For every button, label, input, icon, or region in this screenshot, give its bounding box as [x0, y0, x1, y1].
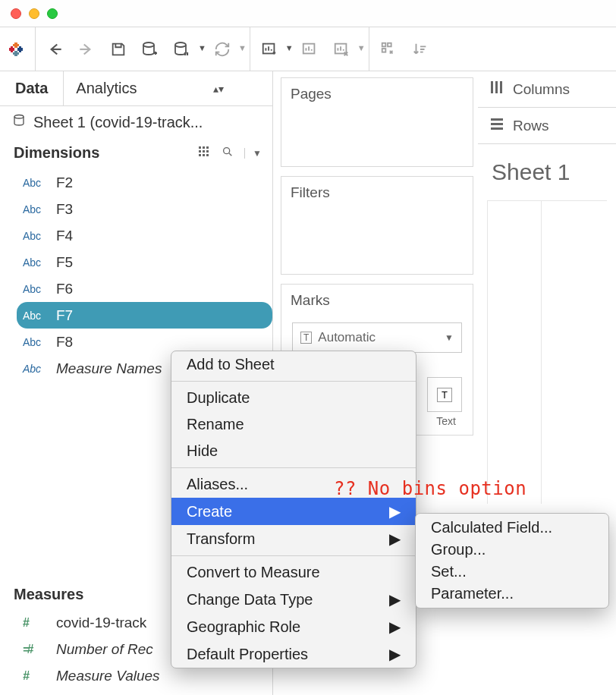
dropdown-caret-icon[interactable]: ▼ [198, 43, 206, 52]
pages-shelf[interactable]: Pages [281, 77, 473, 167]
field-f6[interactable]: AbcF6 [0, 275, 272, 302]
tab-data[interactable]: Data [0, 71, 63, 105]
calc-hash-icon: # [23, 643, 47, 656]
refresh-button[interactable] [206, 34, 238, 64]
viz-canvas[interactable] [487, 200, 607, 504]
field-f5[interactable]: AbcF5 [0, 249, 272, 275]
submenu-arrow-icon: ▶ [389, 530, 401, 548]
svg-rect-32 [491, 127, 503, 130]
abc-icon: Abc [23, 336, 47, 348]
ctx-default-props[interactable]: Default Properties▶ [171, 640, 416, 668]
ctx-transform[interactable]: Transform▶ [171, 525, 416, 552]
ctx-add-to-sheet[interactable]: Add to Sheet [171, 351, 416, 378]
field-context-menu: Add to Sheet Duplicate Rename Hide Alias… [171, 351, 416, 668]
duplicate-sheet-button[interactable] [294, 34, 325, 64]
field-f7[interactable]: AbcF7 [17, 302, 272, 329]
svg-rect-20 [199, 150, 201, 153]
view-toggle-icon[interactable] [199, 146, 211, 159]
swap-button[interactable] [372, 34, 404, 64]
abc-icon: Abc [23, 310, 47, 322]
ctx-duplicate[interactable]: Duplicate [171, 385, 416, 411]
abc-icon: Abc [23, 256, 47, 269]
menu-dropdown-icon[interactable]: ▼ [244, 148, 262, 159]
rows-shelf[interactable]: Rows [478, 108, 616, 144]
svg-rect-28 [495, 81, 498, 93]
new-datasource-button[interactable] [134, 34, 166, 64]
window-titlebar [0, 0, 616, 27]
text-type-icon: T [437, 388, 452, 402]
field-f4[interactable]: AbcF4 [0, 222, 272, 249]
pages-label: Pages [281, 78, 473, 110]
svg-rect-7 [19, 46, 21, 52]
ctx-convert[interactable]: Convert to Measure [171, 559, 416, 586]
sort-button[interactable] [404, 34, 436, 64]
ctx-hide[interactable]: Hide [171, 438, 416, 464]
svg-rect-15 [388, 42, 391, 46]
dropdown-caret-icon[interactable]: ▼ [238, 43, 247, 52]
ctx-rename[interactable]: Rename [171, 411, 416, 438]
clear-sheet-button[interactable] [325, 34, 357, 64]
svg-point-9 [175, 42, 186, 47]
svg-point-8 [143, 42, 154, 47]
ctx-change-type[interactable]: Change Data Type▶ [171, 586, 416, 613]
tab-analytics[interactable]: Analytics ▴▾ [63, 71, 236, 105]
submenu-arrow-icon: ▶ [389, 590, 401, 609]
sub-calc-field[interactable]: Calculated Field... [416, 517, 608, 539]
maximize-window-button[interactable] [47, 8, 58, 19]
datasource-row[interactable]: Sheet 1 (covid-19-track... [0, 106, 272, 138]
svg-rect-17 [199, 146, 201, 149]
text-card[interactable]: T [427, 377, 462, 412]
filters-label: Filters [281, 177, 473, 209]
svg-rect-30 [491, 118, 503, 121]
separator [171, 381, 416, 382]
submenu-arrow-icon: ▶ [389, 645, 401, 663]
dimensions-list: AbcF2 AbcF3 AbcF4 AbcF5 AbcF6 AbcF7 AbcF… [0, 166, 272, 382]
tab-analytics-label: Analytics [76, 80, 137, 97]
forward-button[interactable] [71, 34, 102, 64]
back-button[interactable] [39, 34, 71, 64]
field-f3[interactable]: AbcF3 [0, 196, 272, 222]
svg-rect-13 [382, 42, 385, 46]
tableau-logo-icon[interactable] [0, 34, 32, 64]
dropdown-caret-icon[interactable]: ▼ [285, 43, 294, 52]
svg-point-26 [224, 148, 230, 154]
separator [171, 555, 416, 556]
datasource-label: Sheet 1 (covid-19-track... [33, 114, 203, 131]
annotation-text: ?? No bins option [334, 478, 526, 499]
pause-updates-button[interactable] [166, 34, 198, 64]
marks-type-label: Automatic [318, 330, 376, 345]
svg-rect-31 [491, 123, 503, 125]
abc-icon: Abc [23, 283, 47, 295]
abc-icon: Abc [23, 363, 47, 375]
columns-shelf[interactable]: Columns [478, 71, 616, 108]
new-worksheet-button[interactable] [253, 34, 285, 64]
dimensions-header: Dimensions [14, 144, 99, 162]
filters-shelf[interactable]: Filters [281, 176, 473, 275]
toolbar: ▼ ▼ ▼ ▼ [0, 27, 616, 71]
sub-set[interactable]: Set... [416, 561, 608, 583]
rows-icon [490, 117, 504, 134]
svg-rect-21 [203, 150, 205, 153]
sheet-title[interactable]: Sheet 1 [478, 144, 616, 200]
create-submenu: Calculated Field... Group... Set... Para… [415, 513, 609, 609]
text-type-icon: T [300, 332, 312, 344]
separator [171, 467, 416, 468]
marks-type-dropdown[interactable]: T Automatic ▼ [292, 322, 462, 353]
svg-rect-24 [203, 154, 205, 156]
ctx-create[interactable]: Create▶ [171, 498, 416, 525]
svg-rect-22 [206, 150, 209, 153]
save-button[interactable] [102, 34, 134, 64]
field-f2[interactable]: AbcF2 [0, 169, 272, 196]
sub-parameter[interactable]: Parameter... [416, 583, 608, 605]
sub-group[interactable]: Group... [416, 539, 608, 561]
svg-point-16 [14, 115, 24, 118]
minimize-window-button[interactable] [29, 8, 39, 19]
svg-rect-3 [13, 52, 19, 55]
rows-label: Rows [513, 118, 549, 134]
close-window-button[interactable] [11, 8, 21, 19]
marks-label: Marks [281, 285, 473, 316]
search-icon[interactable] [222, 146, 234, 160]
ctx-geo-role[interactable]: Geographic Role▶ [171, 613, 416, 640]
text-card-label: Text [436, 415, 456, 427]
dropdown-caret-icon[interactable]: ▼ [357, 43, 366, 52]
